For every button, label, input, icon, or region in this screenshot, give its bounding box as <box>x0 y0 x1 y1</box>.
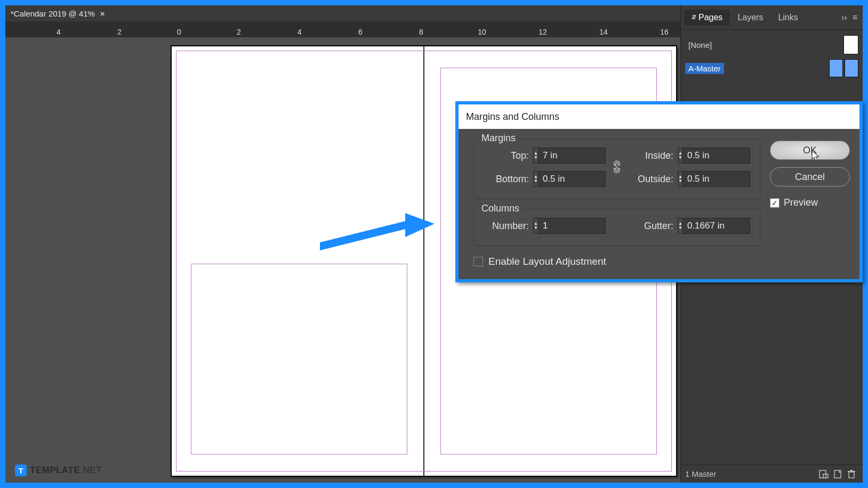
tab-layers[interactable]: Layers <box>730 10 770 26</box>
ruler-mark: 8 <box>419 28 423 36</box>
master-none-thumb[interactable] <box>843 35 858 54</box>
margins-legend: Margins <box>478 133 519 144</box>
ok-button[interactable]: OK <box>770 141 850 160</box>
ruler-mark: 14 <box>599 28 608 36</box>
new-page-icon[interactable] <box>831 468 845 480</box>
panel-footer-label: 1 Master <box>685 469 716 478</box>
edit-page-size-icon[interactable] <box>817 468 831 480</box>
tab-links-label: Links <box>778 13 798 22</box>
ruler-mark: 10 <box>478 28 486 36</box>
columns-gutter-field[interactable] <box>683 221 805 231</box>
trash-icon[interactable] <box>845 468 858 480</box>
horizontal-ruler: 420246810121416 <box>5 21 685 37</box>
preview-checkbox[interactable]: ✓ <box>770 198 779 208</box>
dialog-title-bar[interactable]: Margins and Columns <box>459 104 859 129</box>
spinner-icon[interactable]: ▲▼ <box>678 218 683 233</box>
watermark: T TEMPLATE.NET <box>15 465 102 476</box>
ruler-mark: 0 <box>177 28 181 36</box>
spinner-icon[interactable]: ▲▼ <box>534 218 539 233</box>
tab-links[interactable]: Links <box>770 10 805 26</box>
bottom-label: Bottom: <box>496 174 529 185</box>
annotation-arrow <box>315 213 437 258</box>
enable-layout-checkbox[interactable] <box>473 257 483 266</box>
gutter-label: Gutter: <box>644 221 673 232</box>
top-label: Top: <box>511 150 529 161</box>
document-tab[interactable]: *Calendar 2019 @ 41% × <box>5 6 110 21</box>
left-page[interactable] <box>172 46 423 476</box>
columns-gutter-input[interactable]: ▲▼ <box>678 218 750 234</box>
ruler-mark: 2 <box>237 28 241 36</box>
document-tab-title: *Calendar 2019 @ 41% <box>11 9 95 18</box>
ruler-mark: 12 <box>539 28 547 36</box>
ruler-mark: 6 <box>358 28 363 36</box>
margins-columns-dialog: Margins and Columns Margins Top: ▲▼ <box>455 101 863 282</box>
svg-rect-3 <box>849 472 854 478</box>
spinner-icon[interactable]: ▲▼ <box>534 148 539 163</box>
master-none-label[interactable]: [None] <box>685 39 715 51</box>
columns-number-input[interactable]: ▲▼ <box>533 218 606 234</box>
margin-outside-field[interactable] <box>683 174 805 184</box>
collapse-icon[interactable]: ›› <box>838 13 850 22</box>
ruler-mark: 16 <box>660 28 669 36</box>
enable-layout-label: Enable Layout Adjustment <box>488 256 606 267</box>
inside-label: Inside: <box>645 150 673 161</box>
spinner-icon[interactable]: ▲▼ <box>678 148 683 163</box>
tab-pages-label: Pages <box>698 13 722 22</box>
spinner-icon[interactable]: ▲▼ <box>534 172 539 186</box>
dialog-title: Margins and Columns <box>466 111 559 123</box>
columns-legend: Columns <box>478 203 523 214</box>
master-amaster-thumb[interactable] <box>829 59 858 77</box>
margin-bottom-input[interactable]: ▲▼ <box>533 171 606 187</box>
link-margins-icon[interactable] <box>612 160 622 175</box>
spinner-icon[interactable]: ▲▼ <box>678 172 683 186</box>
preview-label: Preview <box>784 197 818 208</box>
ruler-mark: 4 <box>57 28 61 36</box>
number-label: Number: <box>492 221 529 232</box>
watermark-text2: .NET <box>80 465 102 475</box>
sort-icon: ⇵ <box>692 14 696 20</box>
left-margin-guide <box>191 264 407 454</box>
panel-menu-icon[interactable]: ≡ <box>850 13 863 22</box>
svg-rect-5 <box>850 470 853 471</box>
tab-pages[interactable]: ⇵ Pages <box>684 10 730 26</box>
outside-label: Outside: <box>638 174 673 185</box>
master-amaster-label[interactable]: A-Master <box>685 63 724 74</box>
ruler-mark: 2 <box>117 28 122 36</box>
margin-top-input[interactable]: ▲▼ <box>533 148 606 164</box>
tab-layers-label: Layers <box>737 13 763 22</box>
columns-group: Columns Number: ▲▼ Gutter: ▲▼ <box>473 209 760 246</box>
ruler-mark: 4 <box>298 28 302 36</box>
watermark-logo: T <box>15 465 27 476</box>
svg-rect-4 <box>848 471 855 472</box>
svg-rect-2 <box>834 470 841 478</box>
watermark-text1: TEMPLATE <box>30 465 80 475</box>
close-icon[interactable]: × <box>100 9 105 18</box>
margin-outside-input[interactable]: ▲▼ <box>678 171 750 187</box>
margins-group: Margins Top: ▲▼ Inside: <box>473 139 760 199</box>
cursor-icon <box>811 150 821 168</box>
margin-inside-input[interactable]: ▲▼ <box>678 148 750 164</box>
